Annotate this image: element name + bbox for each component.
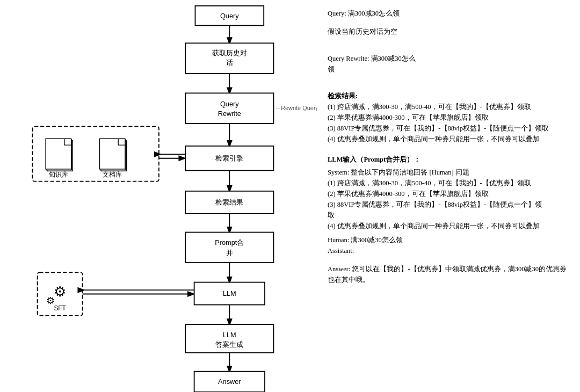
svg-text:Query: Query xyxy=(220,100,239,108)
svg-rect-17 xyxy=(46,140,71,170)
svg-text:话: 话 xyxy=(226,59,233,67)
svg-text:LLM: LLM xyxy=(223,289,236,297)
search-item-4: (4) 优惠券叠加规则，单个商品同一种券只能用一张，不同券可以叠加 xyxy=(328,134,569,144)
llm-item-3: (3) 88VIP专属优惠券，可在【我的】-【88vip权益】-【随便点一个】领… xyxy=(328,199,569,221)
svg-rect-43 xyxy=(185,324,273,353)
svg-text:Prompt合: Prompt合 xyxy=(215,238,244,246)
rewrite-section: Query Rewrite: 满300减30怎么领 xyxy=(328,53,569,75)
svg-rect-7 xyxy=(185,93,273,124)
svg-text:并: 并 xyxy=(226,249,233,257)
svg-rect-13 xyxy=(185,146,273,171)
svg-rect-30 xyxy=(185,233,273,263)
svg-rect-0 xyxy=(195,6,264,26)
svg-rect-16 xyxy=(47,141,73,171)
svg-text:Answer: Answer xyxy=(218,378,241,386)
svg-text:答案生成: 答案生成 xyxy=(215,340,243,349)
svg-rect-34 xyxy=(194,282,265,305)
right-panel: Query: 满300减30怎么领 假设当前历史对话为空 Query Rewri… xyxy=(317,0,580,392)
svg-rect-20 xyxy=(101,141,126,171)
svg-text:SFT: SFT xyxy=(54,304,66,312)
svg-rect-27 xyxy=(185,191,273,214)
svg-text:Rewrite: Rewrite xyxy=(218,110,241,118)
search-title: 检索结果: xyxy=(328,91,569,101)
llm-input-title: LLM输入（Prompt合并后）： xyxy=(328,154,569,165)
svg-rect-21 xyxy=(100,140,125,170)
answer-section: Answer: 您可以在【我的】-【优惠券】中领取满减优惠券，满300减30的优… xyxy=(328,264,569,285)
llm-item-4: (4) 优惠券叠加规则，单个商品同一种券只能用一张，不同券可以叠加 xyxy=(328,221,569,231)
history-section: 假设当前历史对话为空 xyxy=(328,26,569,37)
search-section: 检索结果: (1) 跨店满减，满300-30，满500-40，可在【我的】-【优… xyxy=(328,91,569,144)
query-section: Query: 满300减30怎么领 xyxy=(328,8,569,19)
human-label: Human: 满300减30怎么领 xyxy=(328,235,569,245)
svg-text:Query: Query xyxy=(220,12,239,20)
svg-text:LLM: LLM xyxy=(223,331,236,339)
query-text: Query: 满300减30怎么领 xyxy=(328,8,569,19)
assistant-label: Assistant: xyxy=(328,245,569,256)
svg-rect-18 xyxy=(46,139,71,169)
search-item-2: (2) 苹果优惠券满4000-300，可在【苹果旗舰店】领取 xyxy=(328,112,569,123)
history-text: 假设当前历史对话为空 xyxy=(328,26,569,37)
llm-item-1: (1) 跨店满减，满300-30，满500-40，可在【我的】-【优惠券】领取 xyxy=(328,178,569,188)
rewrite-text: Query Rewrite: 满300减30怎么领 xyxy=(328,53,569,75)
search-item-3: (3) 88VIP专属优惠券，可在【我的】-【88vip权益】-【随便点一个】领… xyxy=(328,123,569,134)
svg-text:⚙: ⚙ xyxy=(54,284,66,300)
svg-text:检索结果: 检索结果 xyxy=(215,198,243,206)
search-item-1: (1) 跨店满减，满300-30，满500-40，可在【我的】-【优惠券】领取 xyxy=(328,101,569,112)
svg-rect-3 xyxy=(185,43,273,74)
svg-text:获取历史对: 获取历史对 xyxy=(212,49,247,57)
svg-text:知识库: 知识库 xyxy=(49,171,68,178)
llm-input-section: LLM输入（Prompt合并后）： System: 整合以下内容简洁地回答 [H… xyxy=(328,154,569,256)
answer-text: Answer: 您可以在【我的】-【优惠券】中领取满减优惠券，满300减30的优… xyxy=(328,264,569,285)
svg-text:文档库: 文档库 xyxy=(103,171,122,178)
svg-text:检索引擎: 检索引擎 xyxy=(215,154,243,162)
svg-text:Rewrite Query: Rewrite Query xyxy=(281,105,317,111)
llm-item-2: (2) 苹果优惠券满4000-300，可在【苹果旗舰店】领取 xyxy=(328,188,569,199)
llm-system: System: 整合以下内容简洁地回答 [Human] 问题 xyxy=(328,167,569,178)
flow-diagram: Query 获取历史对 话 Query Rewrite Rewrite Quer… xyxy=(0,0,317,392)
svg-rect-15 xyxy=(32,126,158,181)
svg-rect-36 xyxy=(38,272,83,315)
svg-rect-47 xyxy=(194,372,265,392)
svg-rect-22 xyxy=(100,139,125,169)
svg-text:⚙: ⚙ xyxy=(46,295,55,306)
